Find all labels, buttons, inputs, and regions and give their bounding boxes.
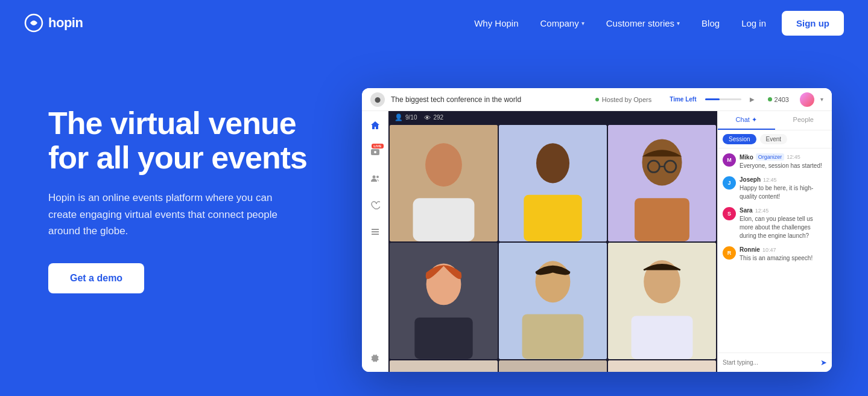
navbar: hopin Why Hopin Company ▾ Customer stori… bbox=[0, 0, 868, 46]
chat-subtabs: Session Event bbox=[718, 130, 832, 148]
message-name: Miko bbox=[740, 154, 753, 161]
person-4 bbox=[390, 243, 498, 359]
svg-rect-10 bbox=[413, 198, 475, 241]
organizer-badge: Organizer bbox=[756, 153, 785, 161]
sidebar-people-icon[interactable] bbox=[367, 170, 384, 187]
person-8 bbox=[499, 360, 607, 372]
message-text: Everyone, session has started! bbox=[740, 162, 827, 170]
chat-message-item: M Miko Organizer 12:45 Everyone, session… bbox=[723, 153, 827, 170]
svg-point-13 bbox=[536, 143, 569, 183]
event-subtab[interactable]: Event bbox=[760, 134, 788, 144]
svg-rect-26 bbox=[522, 314, 584, 359]
video-cell-1 bbox=[390, 125, 498, 241]
message-text: This is an amazing speech! bbox=[740, 254, 827, 263]
sidebar-home-icon[interactable] bbox=[367, 117, 384, 134]
svg-rect-7 bbox=[372, 234, 379, 235]
message-content: Miko Organizer 12:45 Everyone, session h… bbox=[740, 153, 827, 170]
chat-panel: Chat ✦ People Session Event M Miko Organ… bbox=[717, 111, 832, 372]
send-button[interactable]: ➤ bbox=[820, 358, 827, 367]
login-button[interactable]: Log in bbox=[733, 13, 775, 33]
message-time: 12:45 bbox=[755, 208, 769, 214]
svg-point-3 bbox=[372, 176, 375, 179]
sidebar-list-icon[interactable] bbox=[367, 223, 384, 240]
video-cell-6 bbox=[608, 243, 716, 359]
hero-text-block: The virtual venue for all your events Ho… bbox=[48, 82, 338, 293]
sidebar-heart-icon[interactable] bbox=[367, 197, 384, 214]
message-header: Sara 12:45 bbox=[740, 207, 827, 214]
app-body: LIVE � bbox=[362, 111, 832, 372]
message-content: Ronnie 10:47 This is an amazing speech! bbox=[740, 246, 827, 263]
chat-message-item: R Ronnie 10:47 This is an amazing speech… bbox=[723, 246, 827, 263]
svg-rect-36 bbox=[608, 360, 716, 372]
chat-tabs: Chat ✦ People bbox=[718, 111, 832, 130]
svg-point-4 bbox=[376, 176, 379, 178]
svg-point-11 bbox=[425, 143, 462, 187]
svg-rect-17 bbox=[635, 198, 689, 241]
message-avatar: M bbox=[723, 153, 736, 167]
chat-message-item: S Sara 12:45 Elon, can you please tell u… bbox=[723, 207, 827, 240]
online-dot bbox=[768, 97, 772, 101]
video-cell-3 bbox=[608, 125, 716, 241]
svg-point-16 bbox=[642, 139, 682, 185]
play-icon: ▶ bbox=[750, 96, 755, 103]
hosted-by: Hosted by Opers bbox=[595, 96, 652, 103]
people-tab[interactable]: People bbox=[775, 111, 832, 130]
person-3 bbox=[608, 125, 716, 241]
timeleft-label: Time Left bbox=[670, 96, 696, 103]
topbar-chevron-icon: ▾ bbox=[820, 96, 823, 103]
chat-messages: M Miko Organizer 12:45 Everyone, session… bbox=[718, 148, 832, 353]
message-name: Sara bbox=[740, 207, 753, 214]
sidebar-settings-icon[interactable] bbox=[367, 349, 384, 366]
message-name: Ronnie bbox=[740, 246, 760, 253]
nav-link-blog[interactable]: Blog bbox=[693, 13, 728, 33]
svg-point-2 bbox=[374, 151, 376, 153]
message-content: Sara 12:45 Elon, can you please tell us … bbox=[740, 207, 827, 240]
nav-link-company[interactable]: Company ▾ bbox=[532, 13, 593, 33]
user-count-stat: 👤 9/10 bbox=[394, 113, 417, 121]
nav-link-customer-stories[interactable]: Customer stories ▾ bbox=[598, 13, 688, 33]
customer-stories-chevron-icon: ▾ bbox=[677, 20, 680, 27]
chat-tab[interactable]: Chat ✦ bbox=[718, 111, 775, 130]
user-stat-icon: 👤 bbox=[394, 113, 403, 121]
message-header: Ronnie 10:47 bbox=[740, 246, 827, 253]
person-7 bbox=[390, 360, 498, 372]
session-subtab[interactable]: Session bbox=[723, 134, 756, 144]
message-text: Elon, can you please tell us more about … bbox=[740, 215, 827, 240]
person-5 bbox=[499, 243, 607, 359]
message-time: 12:45 bbox=[787, 154, 800, 160]
sidebar-live-icon[interactable]: LIVE bbox=[367, 144, 384, 161]
message-header: Miko Organizer 12:45 bbox=[740, 153, 827, 161]
logo[interactable]: hopin bbox=[24, 13, 83, 33]
person-1 bbox=[390, 125, 498, 241]
message-name: Joseph bbox=[740, 176, 761, 183]
message-avatar: R bbox=[723, 246, 736, 260]
get-demo-button[interactable]: Get a demo bbox=[48, 263, 144, 293]
chat-message-item: J Joseph 12:45 Happy to be here, it is h… bbox=[723, 176, 827, 201]
signup-button[interactable]: Sign up bbox=[782, 11, 844, 36]
attendees-count: 2403 bbox=[768, 96, 789, 103]
video-cell-5 bbox=[499, 243, 607, 359]
message-header: Joseph 12:45 bbox=[740, 176, 827, 183]
message-time: 10:47 bbox=[762, 247, 776, 253]
live-badge-tag: LIVE bbox=[372, 144, 383, 148]
app-topbar: ⬤ The biggest tech conference in the wor… bbox=[362, 88, 832, 111]
video-cell-7 bbox=[390, 360, 498, 372]
chat-input[interactable] bbox=[723, 359, 817, 366]
person-6 bbox=[608, 243, 716, 359]
hopin-logo-icon bbox=[24, 13, 43, 33]
event-title: The biggest tech conference in the world bbox=[391, 95, 589, 104]
video-cell-4 bbox=[390, 243, 498, 359]
chat-input-area: ➤ bbox=[718, 353, 832, 372]
svg-rect-29 bbox=[632, 316, 693, 359]
svg-rect-33 bbox=[499, 360, 607, 372]
event-icon: ⬤ bbox=[370, 92, 385, 107]
video-stats: 👤 9/10 👁 292 bbox=[394, 113, 443, 121]
svg-rect-30 bbox=[390, 360, 498, 372]
video-cell-2 bbox=[499, 125, 607, 241]
viewer-stat-icon: 👁 bbox=[424, 114, 431, 121]
hero-title: The virtual venue for all your events bbox=[48, 106, 338, 175]
nav-link-why-hopin[interactable]: Why Hopin bbox=[466, 13, 527, 33]
live-dot bbox=[595, 98, 599, 101]
message-time: 12:45 bbox=[763, 177, 777, 183]
svg-rect-23 bbox=[414, 318, 472, 359]
